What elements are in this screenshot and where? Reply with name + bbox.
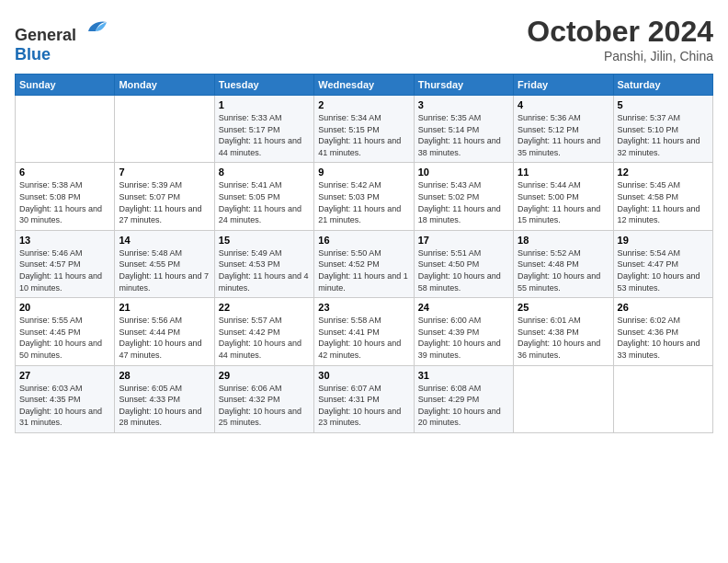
calendar-cell: 21Sunrise: 5:56 AM Sunset: 4:44 PM Dayli… (115, 298, 214, 365)
day-number: 15 (219, 235, 310, 246)
day-of-week-header: Friday (514, 75, 613, 96)
day-of-week-header: Tuesday (214, 75, 313, 96)
calendar-cell: 18Sunrise: 5:52 AM Sunset: 4:48 PM Dayli… (514, 230, 613, 297)
calendar-cell: 13Sunrise: 5:46 AM Sunset: 4:57 PM Dayli… (16, 230, 115, 297)
day-info: Sunrise: 6:03 AM Sunset: 4:35 PM Dayligh… (19, 383, 110, 429)
day-info: Sunrise: 5:38 AM Sunset: 5:08 PM Dayligh… (19, 179, 110, 225)
day-info: Sunrise: 5:52 AM Sunset: 4:48 PM Dayligh… (518, 247, 609, 293)
day-number: 21 (119, 302, 210, 313)
day-info: Sunrise: 6:08 AM Sunset: 4:29 PM Dayligh… (418, 383, 509, 429)
day-info: Sunrise: 6:05 AM Sunset: 4:33 PM Dayligh… (119, 383, 210, 429)
day-of-week-header: Monday (115, 75, 214, 96)
calendar-cell (16, 96, 115, 163)
day-number: 30 (318, 370, 409, 381)
calendar-cell: 3Sunrise: 5:35 AM Sunset: 5:14 PM Daylig… (414, 96, 513, 163)
day-number: 24 (418, 302, 509, 313)
day-number: 16 (318, 235, 409, 246)
day-number: 31 (418, 370, 509, 381)
calendar-cell: 7Sunrise: 5:39 AM Sunset: 5:07 PM Daylig… (115, 163, 214, 230)
day-info: Sunrise: 5:37 AM Sunset: 5:10 PM Dayligh… (618, 112, 709, 158)
day-info: Sunrise: 5:41 AM Sunset: 5:05 PM Dayligh… (219, 179, 310, 225)
day-info: Sunrise: 6:00 AM Sunset: 4:39 PM Dayligh… (418, 315, 509, 361)
calendar-cell (613, 365, 712, 432)
day-number: 27 (19, 370, 110, 381)
day-of-week-header: Sunday (16, 75, 115, 96)
calendar-cell: 24Sunrise: 6:00 AM Sunset: 4:39 PM Dayli… (414, 298, 513, 365)
day-info: Sunrise: 5:35 AM Sunset: 5:14 PM Dayligh… (418, 112, 509, 158)
calendar-cell (115, 96, 214, 163)
calendar-cell: 31Sunrise: 6:08 AM Sunset: 4:29 PM Dayli… (414, 365, 513, 432)
day-info: Sunrise: 5:58 AM Sunset: 4:41 PM Dayligh… (318, 315, 409, 361)
day-number: 28 (119, 370, 210, 381)
day-number: 6 (19, 167, 110, 178)
calendar-cell: 26Sunrise: 6:02 AM Sunset: 4:36 PM Dayli… (613, 298, 712, 365)
day-number: 26 (618, 302, 709, 313)
logo-general: General (15, 26, 76, 44)
calendar-week-row: 6Sunrise: 5:38 AM Sunset: 5:08 PM Daylig… (16, 163, 713, 230)
logo-bird-icon (83, 15, 108, 40)
day-number: 11 (518, 167, 609, 178)
calendar-week-row: 20Sunrise: 5:55 AM Sunset: 4:45 PM Dayli… (16, 298, 713, 365)
page-header: General Blue October 2024 Panshi, Jilin,… (15, 15, 713, 64)
calendar-cell: 10Sunrise: 5:43 AM Sunset: 5:02 PM Dayli… (414, 163, 513, 230)
calendar-cell: 22Sunrise: 5:57 AM Sunset: 4:42 PM Dayli… (214, 298, 313, 365)
day-number: 20 (19, 302, 110, 313)
day-info: Sunrise: 5:51 AM Sunset: 4:50 PM Dayligh… (418, 247, 509, 293)
day-info: Sunrise: 5:46 AM Sunset: 4:57 PM Dayligh… (19, 247, 110, 293)
day-number: 17 (418, 235, 509, 246)
logo: General Blue (15, 15, 108, 64)
day-number: 12 (618, 167, 709, 178)
day-info: Sunrise: 6:07 AM Sunset: 4:31 PM Dayligh… (318, 383, 409, 429)
day-number: 18 (518, 235, 609, 246)
day-info: Sunrise: 5:56 AM Sunset: 4:44 PM Dayligh… (119, 315, 210, 361)
day-info: Sunrise: 5:42 AM Sunset: 5:03 PM Dayligh… (318, 179, 409, 225)
day-number: 14 (119, 235, 210, 246)
calendar-cell: 20Sunrise: 5:55 AM Sunset: 4:45 PM Dayli… (16, 298, 115, 365)
day-info: Sunrise: 5:43 AM Sunset: 5:02 PM Dayligh… (418, 179, 509, 225)
day-info: Sunrise: 5:49 AM Sunset: 4:53 PM Dayligh… (219, 247, 310, 293)
day-info: Sunrise: 5:54 AM Sunset: 4:47 PM Dayligh… (618, 247, 709, 293)
day-info: Sunrise: 5:57 AM Sunset: 4:42 PM Dayligh… (219, 315, 310, 361)
day-number: 29 (219, 370, 310, 381)
day-number: 1 (219, 99, 310, 110)
day-number: 4 (518, 99, 609, 110)
calendar-cell: 16Sunrise: 5:50 AM Sunset: 4:52 PM Dayli… (314, 230, 414, 297)
day-info: Sunrise: 6:02 AM Sunset: 4:36 PM Dayligh… (618, 315, 709, 361)
day-number: 13 (19, 235, 110, 246)
calendar-cell: 30Sunrise: 6:07 AM Sunset: 4:31 PM Dayli… (314, 365, 414, 432)
calendar-cell: 8Sunrise: 5:41 AM Sunset: 5:05 PM Daylig… (214, 163, 313, 230)
logo-blue: Blue (15, 45, 51, 63)
calendar-cell: 27Sunrise: 6:03 AM Sunset: 4:35 PM Dayli… (16, 365, 115, 432)
day-info: Sunrise: 5:34 AM Sunset: 5:15 PM Dayligh… (318, 112, 409, 158)
day-number: 8 (219, 167, 310, 178)
day-number: 19 (618, 235, 709, 246)
calendar-week-row: 1Sunrise: 5:33 AM Sunset: 5:17 PM Daylig… (16, 96, 713, 163)
calendar-cell: 28Sunrise: 6:05 AM Sunset: 4:33 PM Dayli… (115, 365, 214, 432)
calendar-cell: 29Sunrise: 6:06 AM Sunset: 4:32 PM Dayli… (214, 365, 313, 432)
day-info: Sunrise: 6:01 AM Sunset: 4:38 PM Dayligh… (518, 315, 609, 361)
calendar-cell: 17Sunrise: 5:51 AM Sunset: 4:50 PM Dayli… (414, 230, 513, 297)
day-number: 22 (219, 302, 310, 313)
calendar-header-row: SundayMondayTuesdayWednesdayThursdayFrid… (16, 75, 713, 96)
day-info: Sunrise: 5:33 AM Sunset: 5:17 PM Dayligh… (219, 112, 310, 158)
calendar-cell: 15Sunrise: 5:49 AM Sunset: 4:53 PM Dayli… (214, 230, 313, 297)
day-of-week-header: Wednesday (314, 75, 414, 96)
calendar-table: SundayMondayTuesdayWednesdayThursdayFrid… (15, 74, 713, 433)
day-info: Sunrise: 5:36 AM Sunset: 5:12 PM Dayligh… (518, 112, 609, 158)
day-info: Sunrise: 5:44 AM Sunset: 5:00 PM Dayligh… (518, 179, 609, 225)
day-number: 5 (618, 99, 709, 110)
logo-text: General Blue (15, 15, 108, 64)
month-title: October 2024 (527, 15, 713, 49)
day-info: Sunrise: 5:50 AM Sunset: 4:52 PM Dayligh… (318, 247, 409, 293)
calendar-cell: 5Sunrise: 5:37 AM Sunset: 5:10 PM Daylig… (613, 96, 712, 163)
calendar-cell: 6Sunrise: 5:38 AM Sunset: 5:08 PM Daylig… (16, 163, 115, 230)
title-block: October 2024 Panshi, Jilin, China (527, 15, 713, 63)
calendar-week-row: 13Sunrise: 5:46 AM Sunset: 4:57 PM Dayli… (16, 230, 713, 297)
calendar-cell (514, 365, 613, 432)
calendar-cell: 11Sunrise: 5:44 AM Sunset: 5:00 PM Dayli… (514, 163, 613, 230)
calendar-week-row: 27Sunrise: 6:03 AM Sunset: 4:35 PM Dayli… (16, 365, 713, 432)
calendar-cell: 12Sunrise: 5:45 AM Sunset: 4:58 PM Dayli… (613, 163, 712, 230)
day-number: 10 (418, 167, 509, 178)
day-info: Sunrise: 5:48 AM Sunset: 4:55 PM Dayligh… (119, 247, 210, 293)
day-number: 23 (318, 302, 409, 313)
